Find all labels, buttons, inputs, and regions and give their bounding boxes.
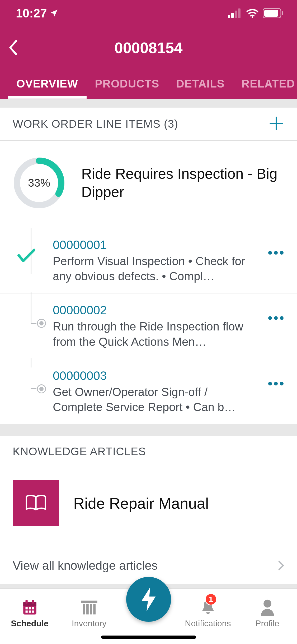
svg-rect-26 (25, 607, 27, 609)
more-icon (268, 251, 284, 255)
status-time-text: 10:27 (16, 6, 47, 20)
nav-notifications-label: Notifications (185, 619, 231, 628)
plus-icon (268, 116, 284, 131)
status-time: 10:27 (16, 6, 59, 20)
svg-point-4 (252, 16, 253, 18)
svg-rect-36 (93, 604, 96, 614)
spacer (0, 99, 297, 108)
tab-products[interactable]: PRODUCTS (87, 69, 168, 99)
book-icon (25, 494, 47, 512)
work-order-title: Ride Requires Inspection - Big Dipper (81, 165, 284, 201)
battery-icon (263, 8, 284, 18)
notification-badge: 1 (205, 593, 217, 605)
svg-point-37 (263, 600, 271, 608)
chevron-left-icon (9, 40, 18, 55)
svg-rect-30 (29, 610, 31, 613)
nav-profile-label: Profile (255, 619, 279, 628)
page-title: 00008154 (0, 39, 297, 57)
svg-rect-1 (231, 13, 234, 18)
line-item-id: 00000002 (53, 303, 260, 317)
progress-ring: 33% (13, 157, 65, 209)
chevron-right-icon (278, 560, 284, 571)
svg-rect-6 (264, 10, 278, 17)
home-indicator (101, 636, 196, 639)
quick-action-button[interactable] (126, 577, 171, 622)
svg-rect-33 (83, 604, 85, 614)
profile-icon (260, 599, 275, 616)
svg-rect-25 (32, 600, 34, 604)
knowledge-article-row[interactable]: Ride Repair Manual (0, 467, 297, 539)
nav-schedule-label: Schedule (11, 619, 48, 628)
location-icon (49, 8, 59, 18)
svg-rect-31 (32, 610, 34, 613)
lightning-icon (140, 587, 157, 611)
line-items-list: 00000001 Perform Visual Inspection • Che… (0, 228, 297, 424)
back-button[interactable] (0, 26, 26, 69)
check-icon (17, 248, 36, 264)
svg-rect-7 (282, 11, 283, 15)
line-item[interactable]: 00000003 Get Owner/Operator Sign-off / C… (0, 359, 297, 424)
nav-bar: 00008154 (0, 26, 297, 69)
svg-rect-29 (25, 610, 27, 613)
line-item[interactable]: 00000001 Perform Visual Inspection • Che… (0, 228, 297, 293)
svg-point-14 (280, 251, 284, 255)
svg-point-12 (268, 251, 272, 255)
line-item-more-button[interactable] (265, 303, 286, 320)
nav-profile[interactable]: Profile (238, 595, 297, 628)
status-bar: 10:27 (0, 0, 297, 26)
knowledge-article-icon (13, 480, 59, 526)
svg-rect-35 (90, 604, 92, 614)
view-all-label: View all knowledge articles (13, 558, 158, 573)
progress-card: 33% Ride Requires Inspection - Big Dippe… (0, 141, 297, 228)
status-right-icons (228, 8, 284, 18)
svg-point-15 (268, 316, 272, 320)
nav-notifications[interactable]: 1 Notifications (178, 595, 238, 628)
nav-schedule[interactable]: Schedule (0, 595, 59, 628)
svg-rect-32 (81, 601, 97, 603)
svg-rect-23 (23, 602, 36, 606)
nav-inventory-label: Inventory (72, 619, 107, 628)
tab-details[interactable]: DETAILS (168, 69, 233, 99)
svg-rect-0 (228, 15, 230, 18)
svg-rect-34 (86, 604, 89, 614)
nav-inventory[interactable]: Inventory (59, 595, 119, 628)
header: 00008154 OVERVIEW PRODUCTS DETAILS RELAT… (0, 26, 297, 99)
svg-point-17 (280, 316, 284, 320)
add-line-item-button[interactable] (268, 116, 284, 132)
more-icon (268, 382, 284, 385)
svg-point-19 (274, 382, 278, 385)
line-item-desc: Run through the Ride Inspection flow fro… (53, 319, 260, 349)
wifi-icon (246, 8, 259, 18)
line-item-id: 00000001 (53, 238, 260, 252)
work-order-section-title: WORK ORDER LINE ITEMS (3) (13, 118, 178, 130)
tabs: OVERVIEW PRODUCTS DETAILS RELATED FEE (0, 69, 297, 99)
line-item[interactable]: 00000002 Run through the Ride Inspection… (0, 293, 297, 359)
svg-point-18 (268, 382, 272, 385)
cellular-icon (228, 8, 242, 18)
more-icon (268, 316, 284, 320)
knowledge-article-title: Ride Repair Manual (73, 494, 209, 512)
line-item-desc: Get Owner/Operator Sign-off / Complete S… (53, 384, 260, 415)
tab-overview[interactable]: OVERVIEW (8, 69, 87, 99)
line-item-more-button[interactable] (265, 238, 286, 255)
progress-percent-label: 33% (13, 157, 65, 209)
spacer (0, 424, 297, 436)
svg-rect-27 (29, 607, 31, 609)
line-item-id: 00000003 (53, 369, 260, 383)
svg-point-16 (274, 316, 278, 320)
line-item-more-button[interactable] (265, 369, 286, 385)
knowledge-section-title: KNOWLEDGE ARTICLES (13, 445, 284, 458)
tab-related[interactable]: RELATED (233, 69, 297, 99)
svg-rect-2 (235, 11, 237, 18)
calendar-icon (21, 599, 39, 616)
knowledge-section-header: KNOWLEDGE ARTICLES (0, 436, 297, 467)
svg-rect-28 (32, 607, 34, 609)
line-item-desc: Perform Visual Inspection • Check for an… (53, 254, 260, 284)
svg-rect-3 (238, 8, 241, 18)
inventory-icon (80, 599, 98, 616)
svg-point-20 (280, 382, 284, 385)
pending-icon (31, 384, 46, 393)
pending-icon (31, 319, 46, 328)
svg-point-13 (274, 251, 278, 255)
work-order-section-header: WORK ORDER LINE ITEMS (3) (0, 108, 297, 141)
